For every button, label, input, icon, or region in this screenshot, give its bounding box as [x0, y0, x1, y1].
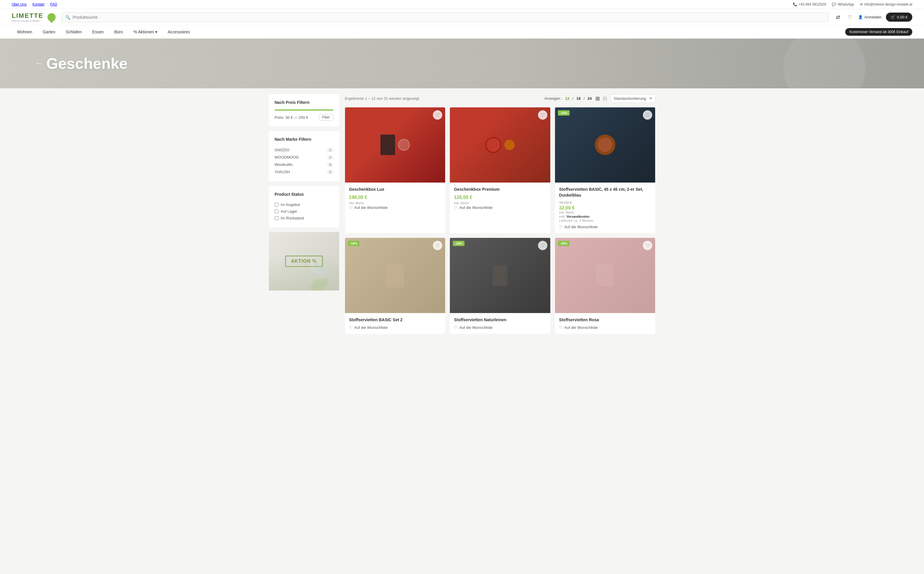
phone-link[interactable]: 📞 +43 664 5812529 [793, 2, 826, 6]
add-wishlist-button-3[interactable]: ♡ Auf die Wunschliste [349, 325, 388, 330]
display-12-button[interactable]: 12 [565, 96, 570, 101]
product-image-4 [450, 238, 550, 313]
search-input[interactable] [73, 15, 825, 20]
whatsapp-icon: 💬 [832, 2, 836, 6]
wishlist-button-1[interactable]: ♡ [538, 110, 547, 120]
search-bar[interactable]: 🔍 [62, 12, 829, 22]
wishlist-button-0[interactable]: ♡ [433, 110, 442, 120]
product-card-2: -16% ♡ Stoffservietten BASIC, 45 x 45 cm… [555, 107, 655, 233]
product-shipping-2: exkl. Versandkosten [559, 215, 651, 218]
product-tax-1: inkl. MwSt. [454, 201, 546, 205]
product-name-0: Geschenkbox Lux [349, 187, 441, 192]
email-link[interactable]: ✉ info@interior-design-moebel.at [860, 2, 912, 6]
brand-name: YAKUSH [275, 170, 290, 174]
grid-3col-button[interactable]: ⊞ [595, 95, 600, 102]
heart-icon-2: ♡ [559, 225, 563, 229]
shuffle-button[interactable]: ⇄ [834, 13, 842, 22]
hero-title: Geschenke [46, 55, 128, 72]
price-filter-title: Nach Preis Filtern [275, 100, 333, 105]
product-card-5: -18% ♡ Stoffservietten Rosa ♡ Auf die Wu… [555, 238, 655, 334]
user-icon: 👤 [858, 15, 863, 19]
add-wishlist-button-2[interactable]: ♡ Auf die Wunschliste [559, 225, 598, 229]
heart-icon-4: ♡ [454, 325, 457, 330]
product-status-title: Product Status [275, 192, 333, 197]
add-wishlist-button-5[interactable]: ♡ Auf die Wunschliste [559, 325, 598, 330]
add-wishlist-button-1[interactable]: ♡ Auf die Wunschliste [454, 205, 493, 210]
hero-back-arrow[interactable]: ← [35, 59, 43, 68]
brand-filter-section: Nach Marke Filtern GNIZDO 2 WOODMOOD 2 W… [269, 131, 339, 181]
brand-name: Woolkrafts [275, 162, 293, 167]
top-bar: Über Uns Kontakt FAQ 📞 +43 664 5812529 💬… [0, 0, 924, 9]
filter-apply-button[interactable]: Filter [319, 114, 333, 121]
phone-icon: 📞 [793, 2, 797, 6]
status-item-angebot[interactable]: Im Angebot [275, 201, 333, 208]
brand-item-woolkrafts[interactable]: Woolkrafts 8 [275, 161, 333, 168]
nav-garten[interactable]: Garten [38, 25, 61, 38]
brand-item-yakush[interactable]: YAKUSH 2 [275, 168, 333, 175]
nav-schlafen[interactable]: Schlafen [61, 25, 87, 38]
cart-amount: 0,00 € [897, 15, 908, 19]
product-info-5: Stoffservietten Rosa ♡ Auf die Wunschlis… [555, 313, 655, 334]
product-tax-2: inkl. MwSt. [559, 211, 651, 214]
brand-item-woodmood[interactable]: WOODMOOD 2 [275, 154, 333, 161]
nav-buro[interactable]: Büro [109, 25, 128, 38]
brand-name: WOODMOOD [275, 155, 299, 159]
kontakt-link[interactable]: Kontakt [33, 2, 44, 6]
heart-icon-3: ♡ [349, 325, 353, 330]
top-bar-right: 📞 +43 664 5812529 💬 WhatsApp ✉ info@inte… [793, 2, 912, 6]
aktion-deco-img [269, 255, 339, 290]
brand-item-gnizdo[interactable]: GNIZDO 2 [275, 146, 333, 154]
nav-bar: Wohnen Garten Schlafen Essen Büro % Akti… [0, 25, 924, 39]
add-wishlist-button-0[interactable]: ♡ Auf die Wunschliste [349, 205, 388, 210]
price-filter-section: Nach Preis Filtern Preis: 30 € — 250 € F… [269, 94, 339, 126]
search-icon: 🔍 [65, 15, 70, 20]
logo-text: LIMETTE [12, 12, 43, 20]
nav-aktionen[interactable]: % Aktionen ▾ [128, 25, 163, 38]
discount-badge-5: -18% [558, 241, 570, 246]
uber-uns-link[interactable]: Über Uns [12, 2, 27, 6]
price-slider-fill [275, 109, 333, 110]
product-image-1 [450, 107, 550, 183]
nav-accessoires[interactable]: Accessoires [163, 25, 195, 38]
discount-badge-3: -18% [348, 241, 360, 246]
shipping-link-2[interactable]: Versandkosten [567, 215, 590, 218]
aktion-banner[interactable]: AKTION % 🍃 [269, 232, 339, 290]
price-slider-track[interactable] [275, 109, 333, 110]
faq-link[interactable]: FAQ [50, 2, 57, 6]
status-item-ruckstand[interactable]: Im Rückstand [275, 215, 333, 221]
status-checkbox-angebot[interactable] [275, 203, 278, 207]
status-list: Im Angebot Auf Lager Im Rückstand [275, 201, 333, 221]
wishlist-header-button[interactable]: ♡ [846, 13, 854, 22]
whatsapp-link[interactable]: 💬 WhatsApp [832, 2, 854, 6]
product-image-3 [345, 238, 445, 313]
brand-count: 2 [327, 155, 333, 159]
login-button[interactable]: 👤 Anmelden [858, 15, 881, 19]
wishlist-label-1: Auf die Wunschliste [459, 205, 493, 210]
wishlist-label-3: Auf die Wunschliste [354, 325, 388, 330]
nav-essen[interactable]: Essen [87, 25, 109, 38]
status-checkbox-lager[interactable] [275, 210, 278, 213]
product-info-0: Geschenkbox Lux 198,00 € inkl. MwSt. ♡ A… [345, 183, 445, 214]
product-tax-0: inkl. MwSt. [349, 201, 441, 205]
product-name-1: Geschenkbox Premium [454, 187, 546, 192]
sort-select[interactable]: Standardsortierung [611, 94, 655, 102]
phone-number: +43 664 5812529 [799, 2, 826, 6]
status-item-lager[interactable]: Auf Lager [275, 208, 333, 215]
display-18-button[interactable]: 18 [576, 96, 581, 101]
logo[interactable]: LIMETTE Interior Design & Möbel [12, 12, 55, 22]
display-24-button[interactable]: 24 [587, 96, 592, 101]
product-info-4: Stoffservietten Naturleinen ♡ Auf die Wu… [450, 313, 550, 334]
wishlist-label-4: Auf die Wunschliste [459, 325, 493, 330]
product-price-new-2: 32,00 € [559, 205, 651, 211]
status-label: Auf Lager [281, 209, 297, 214]
grid-4col-button[interactable]: ⊟ [602, 95, 608, 102]
wishlist-label-0: Auf die Wunschliste [354, 205, 388, 210]
product-image-wrap-3: -18% ♡ [345, 238, 445, 313]
add-wishlist-button-4[interactable]: ♡ Auf die Wunschliste [454, 325, 493, 330]
cart-button[interactable]: 🛒 0,00 € [886, 13, 912, 22]
product-image-wrap-0: ♡ [345, 107, 445, 183]
product-status-section: Product Status Im Angebot Auf Lager Im R… [269, 186, 339, 227]
status-checkbox-ruckstand[interactable] [275, 216, 278, 220]
wishlist-button-4[interactable]: ♡ [538, 241, 547, 250]
nav-wohnen[interactable]: Wohnen [12, 25, 38, 38]
